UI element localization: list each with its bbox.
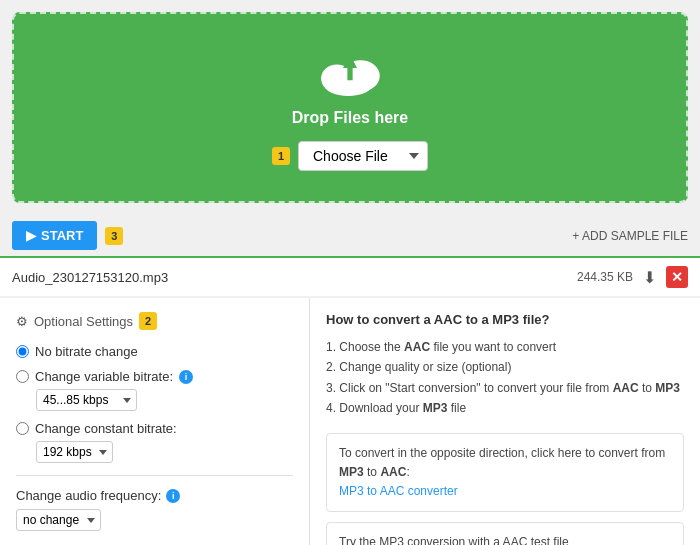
add-sample-label: + ADD SAMPLE FILE (572, 229, 688, 243)
file-row: Audio_230127153120.mp3 244.35 KB ⬇ ✕ (0, 256, 700, 296)
step-2: 2. Change quality or size (optional) (326, 357, 684, 377)
file-meta: 244.35 KB ⬇ ✕ (577, 266, 688, 288)
variable-bitrate-select[interactable]: 45...85 kbps 65...128 kbps 85...165 kbps (36, 389, 137, 411)
opposite-text: To convert in the opposite direction, cl… (339, 446, 665, 479)
drop-zone[interactable]: Drop Files here 1 Choose File (12, 12, 688, 203)
how-to-steps: 1. Choose the AAC file you want to conve… (326, 337, 684, 419)
variable-bitrate-radio[interactable] (16, 370, 29, 383)
freq-label: Change audio frequency: i (16, 488, 293, 503)
constant-bitrate-group: Change constant bitrate: 192 kbps 128 kb… (16, 421, 293, 463)
gear-icon: ⚙ (16, 314, 28, 329)
freq-info-icon[interactable]: i (166, 489, 180, 503)
page-wrapper: Drop Files here 1 Choose File ▶ START 3 … (0, 12, 700, 545)
step-1-highlight: AAC (404, 340, 430, 354)
opposite-direction-box: To convert in the opposite direction, cl… (326, 433, 684, 513)
step-3-highlight2: MP3 (655, 381, 680, 395)
choose-file-row: 1 Choose File (272, 141, 428, 171)
left-panel: ⚙ Optional Settings 2 No bitrate change … (0, 298, 310, 545)
freq-label-text: Change audio frequency: (16, 488, 161, 503)
drop-text: Drop Files here (292, 109, 408, 127)
audio-frequency-group: Change audio frequency: i no change 8000… (16, 488, 293, 531)
upload-cloud-icon (315, 44, 385, 99)
toolbar: ▶ START 3 + ADD SAMPLE FILE (0, 215, 700, 256)
settings-header: ⚙ Optional Settings 2 (16, 312, 293, 330)
step-1: 1. Choose the AAC file you want to conve… (326, 337, 684, 357)
badge-3: 3 (105, 227, 123, 245)
play-icon: ▶ (26, 228, 36, 243)
step-4-highlight: MP3 (423, 401, 448, 415)
constant-bitrate-label: Change constant bitrate: (35, 421, 177, 436)
step-3: 3. Click on "Start conversion" to conver… (326, 378, 684, 398)
no-bitrate-option[interactable]: No bitrate change (16, 344, 293, 359)
badge-1: 1 (272, 147, 290, 165)
freq-select[interactable]: no change 8000 Hz 11025 Hz 22050 Hz 4410… (16, 509, 101, 531)
step-3-highlight1: AAC (613, 381, 639, 395)
file-size: 244.35 KB (577, 270, 633, 284)
start-label: START (41, 228, 83, 243)
mp3-bold: MP3 (339, 465, 364, 479)
divider (16, 475, 293, 476)
radio-group: No bitrate change Change variable bitrat… (16, 344, 293, 463)
constant-bitrate-select[interactable]: 192 kbps 128 kbps 256 kbps 320 kbps (36, 441, 113, 463)
no-bitrate-radio[interactable] (16, 345, 29, 358)
try-test-text: Try the MP3 conversion with a AAC test f… (339, 535, 569, 545)
constant-bitrate-option[interactable]: Change constant bitrate: (16, 421, 293, 436)
file-name: Audio_230127153120.mp3 (12, 270, 168, 285)
try-test-file-box: Try the MP3 conversion with a AAC test f… (326, 522, 684, 545)
add-sample-button[interactable]: + ADD SAMPLE FILE (572, 229, 688, 243)
no-bitrate-label: No bitrate change (35, 344, 138, 359)
right-panel: How to convert a AAC to a MP3 file? 1. C… (310, 298, 700, 545)
badge-2: 2 (139, 312, 157, 330)
variable-bitrate-option[interactable]: Change variable bitrate: i (16, 369, 293, 384)
file-remove-button[interactable]: ✕ (666, 266, 688, 288)
settings-title: Optional Settings (34, 314, 133, 329)
choose-file-select[interactable]: Choose File (298, 141, 428, 171)
variable-bitrate-group: Change variable bitrate: i 45...85 kbps … (16, 369, 293, 411)
step-4: 4. Download your MP3 file (326, 398, 684, 418)
mp3-to-aac-link[interactable]: MP3 to AAC converter (339, 484, 458, 498)
main-content: ⚙ Optional Settings 2 No bitrate change … (0, 298, 700, 545)
variable-info-icon[interactable]: i (179, 370, 193, 384)
download-icon[interactable]: ⬇ (643, 268, 656, 287)
how-to-title: How to convert a AAC to a MP3 file? (326, 312, 684, 327)
variable-bitrate-label: Change variable bitrate: (35, 369, 173, 384)
aac-bold: AAC (380, 465, 406, 479)
constant-bitrate-radio[interactable] (16, 422, 29, 435)
toolbar-left: ▶ START 3 (12, 221, 123, 250)
start-button[interactable]: ▶ START (12, 221, 97, 250)
